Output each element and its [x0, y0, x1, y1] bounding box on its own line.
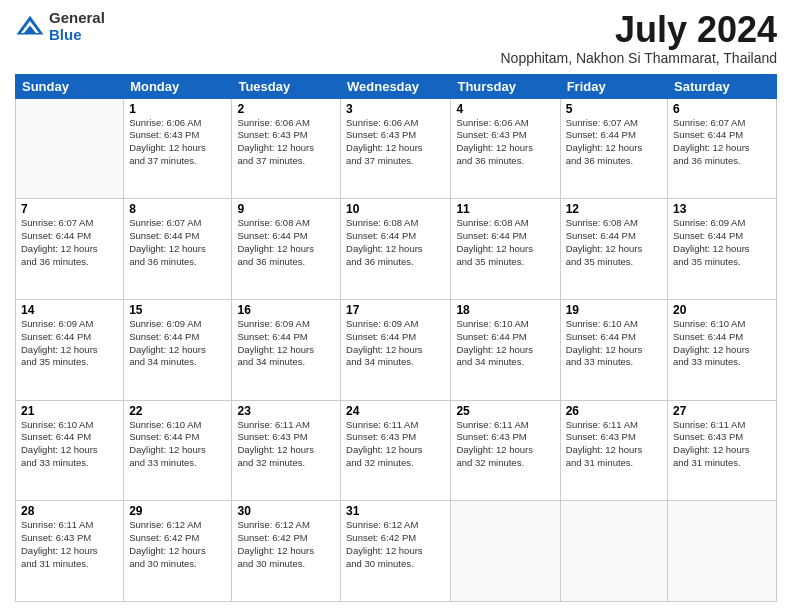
logo: General Blue	[15, 10, 105, 43]
calendar-header-row: Sunday Monday Tuesday Wednesday Thursday…	[16, 74, 777, 98]
day-number: 19	[566, 303, 662, 317]
day-number: 22	[129, 404, 226, 418]
calendar: Sunday Monday Tuesday Wednesday Thursday…	[15, 74, 777, 602]
day-info: Sunrise: 6:11 AM Sunset: 6:43 PM Dayligh…	[346, 419, 445, 470]
header: General Blue July 2024 Nopphitam, Nakhon…	[15, 10, 777, 66]
day-info: Sunrise: 6:11 AM Sunset: 6:43 PM Dayligh…	[237, 419, 335, 470]
day-info: Sunrise: 6:09 AM Sunset: 6:44 PM Dayligh…	[129, 318, 226, 369]
day-info: Sunrise: 6:11 AM Sunset: 6:43 PM Dayligh…	[566, 419, 662, 470]
table-row	[668, 501, 777, 602]
day-info: Sunrise: 6:10 AM Sunset: 6:44 PM Dayligh…	[566, 318, 662, 369]
day-info: Sunrise: 6:07 AM Sunset: 6:44 PM Dayligh…	[673, 117, 771, 168]
table-row: 3Sunrise: 6:06 AM Sunset: 6:43 PM Daylig…	[341, 98, 451, 199]
day-number: 11	[456, 202, 554, 216]
day-number: 18	[456, 303, 554, 317]
header-thursday: Thursday	[451, 74, 560, 98]
table-row: 17Sunrise: 6:09 AM Sunset: 6:44 PM Dayli…	[341, 299, 451, 400]
title-block: July 2024 Nopphitam, Nakhon Si Thammarat…	[500, 10, 777, 66]
day-number: 26	[566, 404, 662, 418]
day-info: Sunrise: 6:08 AM Sunset: 6:44 PM Dayligh…	[237, 217, 335, 268]
day-number: 23	[237, 404, 335, 418]
table-row: 16Sunrise: 6:09 AM Sunset: 6:44 PM Dayli…	[232, 299, 341, 400]
table-row: 28Sunrise: 6:11 AM Sunset: 6:43 PM Dayli…	[16, 501, 124, 602]
day-number: 2	[237, 102, 335, 116]
logo-text: General Blue	[49, 10, 105, 43]
day-info: Sunrise: 6:11 AM Sunset: 6:43 PM Dayligh…	[673, 419, 771, 470]
day-number: 12	[566, 202, 662, 216]
table-row: 2Sunrise: 6:06 AM Sunset: 6:43 PM Daylig…	[232, 98, 341, 199]
table-row	[451, 501, 560, 602]
day-number: 16	[237, 303, 335, 317]
day-info: Sunrise: 6:07 AM Sunset: 6:44 PM Dayligh…	[129, 217, 226, 268]
page: General Blue July 2024 Nopphitam, Nakhon…	[0, 0, 792, 612]
day-number: 10	[346, 202, 445, 216]
header-tuesday: Tuesday	[232, 74, 341, 98]
day-number: 8	[129, 202, 226, 216]
logo-blue-text: Blue	[49, 27, 105, 44]
header-wednesday: Wednesday	[341, 74, 451, 98]
day-info: Sunrise: 6:06 AM Sunset: 6:43 PM Dayligh…	[237, 117, 335, 168]
day-number: 9	[237, 202, 335, 216]
day-info: Sunrise: 6:10 AM Sunset: 6:44 PM Dayligh…	[129, 419, 226, 470]
logo-icon	[15, 12, 45, 42]
day-number: 3	[346, 102, 445, 116]
table-row: 27Sunrise: 6:11 AM Sunset: 6:43 PM Dayli…	[668, 400, 777, 501]
table-row	[560, 501, 667, 602]
header-saturday: Saturday	[668, 74, 777, 98]
day-number: 4	[456, 102, 554, 116]
table-row: 5Sunrise: 6:07 AM Sunset: 6:44 PM Daylig…	[560, 98, 667, 199]
day-number: 7	[21, 202, 118, 216]
day-info: Sunrise: 6:11 AM Sunset: 6:43 PM Dayligh…	[21, 519, 118, 570]
day-info: Sunrise: 6:12 AM Sunset: 6:42 PM Dayligh…	[129, 519, 226, 570]
day-info: Sunrise: 6:09 AM Sunset: 6:44 PM Dayligh…	[346, 318, 445, 369]
day-number: 29	[129, 504, 226, 518]
table-row: 31Sunrise: 6:12 AM Sunset: 6:42 PM Dayli…	[341, 501, 451, 602]
table-row: 21Sunrise: 6:10 AM Sunset: 6:44 PM Dayli…	[16, 400, 124, 501]
day-info: Sunrise: 6:10 AM Sunset: 6:44 PM Dayligh…	[456, 318, 554, 369]
day-number: 20	[673, 303, 771, 317]
day-number: 1	[129, 102, 226, 116]
table-row	[16, 98, 124, 199]
day-info: Sunrise: 6:06 AM Sunset: 6:43 PM Dayligh…	[346, 117, 445, 168]
logo-general-text: General	[49, 10, 105, 27]
table-row: 19Sunrise: 6:10 AM Sunset: 6:44 PM Dayli…	[560, 299, 667, 400]
day-number: 27	[673, 404, 771, 418]
day-number: 14	[21, 303, 118, 317]
table-row: 6Sunrise: 6:07 AM Sunset: 6:44 PM Daylig…	[668, 98, 777, 199]
header-monday: Monday	[124, 74, 232, 98]
table-row: 8Sunrise: 6:07 AM Sunset: 6:44 PM Daylig…	[124, 199, 232, 300]
table-row: 20Sunrise: 6:10 AM Sunset: 6:44 PM Dayli…	[668, 299, 777, 400]
table-row: 18Sunrise: 6:10 AM Sunset: 6:44 PM Dayli…	[451, 299, 560, 400]
day-number: 5	[566, 102, 662, 116]
table-row: 15Sunrise: 6:09 AM Sunset: 6:44 PM Dayli…	[124, 299, 232, 400]
day-number: 25	[456, 404, 554, 418]
header-friday: Friday	[560, 74, 667, 98]
subtitle: Nopphitam, Nakhon Si Thammarat, Thailand	[500, 50, 777, 66]
table-row: 14Sunrise: 6:09 AM Sunset: 6:44 PM Dayli…	[16, 299, 124, 400]
day-number: 21	[21, 404, 118, 418]
table-row: 11Sunrise: 6:08 AM Sunset: 6:44 PM Dayli…	[451, 199, 560, 300]
table-row: 12Sunrise: 6:08 AM Sunset: 6:44 PM Dayli…	[560, 199, 667, 300]
day-info: Sunrise: 6:06 AM Sunset: 6:43 PM Dayligh…	[456, 117, 554, 168]
day-info: Sunrise: 6:06 AM Sunset: 6:43 PM Dayligh…	[129, 117, 226, 168]
table-row: 22Sunrise: 6:10 AM Sunset: 6:44 PM Dayli…	[124, 400, 232, 501]
day-info: Sunrise: 6:07 AM Sunset: 6:44 PM Dayligh…	[566, 117, 662, 168]
day-info: Sunrise: 6:10 AM Sunset: 6:44 PM Dayligh…	[21, 419, 118, 470]
header-sunday: Sunday	[16, 74, 124, 98]
main-title: July 2024	[500, 10, 777, 50]
day-number: 24	[346, 404, 445, 418]
day-info: Sunrise: 6:09 AM Sunset: 6:44 PM Dayligh…	[237, 318, 335, 369]
day-number: 30	[237, 504, 335, 518]
day-info: Sunrise: 6:09 AM Sunset: 6:44 PM Dayligh…	[673, 217, 771, 268]
table-row: 1Sunrise: 6:06 AM Sunset: 6:43 PM Daylig…	[124, 98, 232, 199]
day-info: Sunrise: 6:08 AM Sunset: 6:44 PM Dayligh…	[566, 217, 662, 268]
table-row: 29Sunrise: 6:12 AM Sunset: 6:42 PM Dayli…	[124, 501, 232, 602]
day-info: Sunrise: 6:08 AM Sunset: 6:44 PM Dayligh…	[456, 217, 554, 268]
day-number: 17	[346, 303, 445, 317]
day-number: 15	[129, 303, 226, 317]
day-info: Sunrise: 6:08 AM Sunset: 6:44 PM Dayligh…	[346, 217, 445, 268]
day-number: 28	[21, 504, 118, 518]
table-row: 30Sunrise: 6:12 AM Sunset: 6:42 PM Dayli…	[232, 501, 341, 602]
day-info: Sunrise: 6:12 AM Sunset: 6:42 PM Dayligh…	[346, 519, 445, 570]
day-info: Sunrise: 6:10 AM Sunset: 6:44 PM Dayligh…	[673, 318, 771, 369]
